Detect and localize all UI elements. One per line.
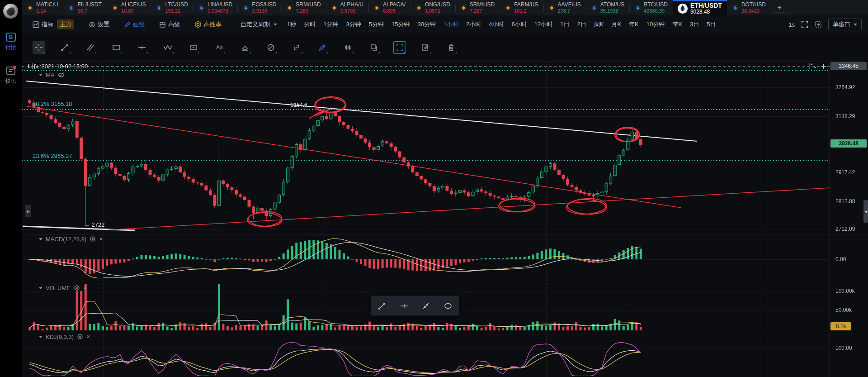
ticker-item-ong-usd[interactable]: ONG/USD1.0572 [410, 0, 455, 15]
rectangle-tool-icon[interactable] [110, 41, 123, 54]
timeframe-button[interactable]: 15分钟 [392, 20, 410, 29]
ticker-item-matic-u[interactable]: MATIC/U1.14 [22, 0, 63, 15]
timeframe-button[interactable]: 12小时 [534, 20, 552, 29]
app-logo-icon[interactable] [3, 4, 18, 19]
cross-line-icon[interactable] [396, 299, 412, 313]
trend-line-tool-icon[interactable] [58, 41, 71, 54]
timeframe-button[interactable]: 5分钟 [369, 20, 384, 29]
sidebar-item-quotes[interactable]: B 行情 [0, 33, 22, 51]
main-force-button[interactable]: 主力 [57, 19, 74, 29]
selection-box-tool-icon[interactable] [393, 41, 406, 54]
draw-line-button[interactable]: 画线 [124, 20, 145, 29]
new-window-icon[interactable] [815, 21, 822, 28]
note-edit-tool-icon[interactable] [419, 41, 432, 54]
ticker-item-eos-usd[interactable]: EOS/USD3.9136 [237, 0, 281, 15]
timeframe-button[interactable]: 1日 [560, 20, 569, 29]
restore-view-icon[interactable] [809, 63, 817, 69]
timeframe-button[interactable]: 3分钟 [346, 20, 361, 29]
left-panel-handle[interactable]: ▶ [25, 205, 31, 217]
sidebar-item-news[interactable]: 快讯 [0, 67, 22, 85]
eraser-tool-icon[interactable] [239, 41, 251, 54]
timeframe-button[interactable]: 3日 [690, 20, 699, 29]
timeframe-button[interactable]: 1小时 [443, 20, 458, 29]
gear-icon[interactable] [90, 236, 96, 242]
gear-icon[interactable] [77, 334, 83, 340]
horizontal-line-tool-icon[interactable] [136, 41, 148, 54]
pattern-bars-tool-icon[interactable] [342, 41, 354, 54]
ticker-item-eth-usdt[interactable]: ETH/USDT3028.48 [673, 0, 727, 15]
delete-tool-icon[interactable] [445, 41, 458, 54]
axis-zoom-controls [809, 63, 826, 69]
price-axis-label: 3138.29 [835, 113, 855, 119]
eye-off-icon[interactable] [58, 72, 65, 78]
gold-coin-icon [460, 5, 467, 11]
elliott-wave-tool-icon[interactable] [161, 41, 174, 54]
long-position-tool-icon[interactable] [187, 41, 200, 54]
peak-price-annotation: 3164.6 [291, 102, 307, 108]
chevron-down-icon[interactable] [39, 336, 42, 338]
timeframe-button[interactable]: 周K [594, 20, 604, 29]
custom-period-dropdown[interactable]: 自定义周期 [241, 20, 277, 29]
timeframe-button[interactable]: 2小时 [466, 20, 481, 29]
timeframe-button[interactable]: 分时 [304, 20, 316, 29]
gold-coin-icon [548, 5, 555, 11]
timeframe-button[interactable]: 月K [611, 20, 621, 29]
timeframe-button[interactable]: 4小时 [489, 20, 504, 29]
copy-tool-icon[interactable] [368, 41, 380, 54]
timeframe-button[interactable]: 1秒 [287, 20, 296, 29]
text-tool-icon[interactable]: Aa [213, 41, 226, 54]
gold-coin-icon [373, 5, 380, 11]
ticker-item-srm-usd[interactable]: SRM/USD7.289 [281, 0, 326, 15]
trend-arrow-icon[interactable] [374, 299, 390, 313]
timeframe-button[interactable]: 年K [629, 20, 639, 29]
win-rate-button[interactable]: 高胜率 [194, 20, 222, 29]
ticker-item-aave-us[interactable]: AAVE/US278.7 [543, 0, 586, 15]
close-icon[interactable]: × [99, 235, 103, 243]
timeframe-button[interactable]: 6小时 [512, 20, 527, 29]
advanced-button[interactable]: 高级 [159, 20, 180, 29]
ticker-price: 0.8703 [340, 8, 363, 14]
plus-icon[interactable] [821, 63, 826, 69]
brush-tool-icon[interactable] [316, 41, 329, 54]
ticker-item-dot-usd[interactable]: DOT/USD28.3413 [727, 0, 771, 15]
timeframe-button[interactable]: 季K [672, 20, 682, 29]
price-axis-label: 3254.92 [835, 84, 855, 91]
add-ticker-button[interactable]: + [773, 3, 786, 13]
ticker-item-lina-usd[interactable]: LINA/USD0.034073 [193, 0, 237, 15]
parallel-channel-tool-icon[interactable] [84, 41, 97, 54]
ellipse-tool-icon[interactable] [440, 299, 456, 313]
timeframe-button[interactable]: 5日 [707, 20, 716, 29]
chevron-down-icon[interactable] [39, 74, 42, 76]
link-tool-icon[interactable] [290, 41, 303, 54]
ticker-item-ltc-usd[interactable]: LTC/USD151.21 [151, 0, 193, 15]
price-axis[interactable]: 3346.453254.923138.293028.482917.422812.… [830, 62, 868, 377]
window-mode-dropdown[interactable]: 单窗口 [828, 19, 862, 30]
ticker-item-atom-us[interactable]: ATOM/US35.1938 [586, 0, 630, 15]
indicator-button[interactable]: 指标 [33, 20, 53, 29]
volume-legend: VOLUME × [39, 284, 87, 291]
ticker-item-alpaca-[interactable]: ALPACA/0.895 [368, 0, 410, 15]
timeframe-button[interactable]: 1分钟 [323, 20, 338, 29]
ticker-item-btc-usd[interactable]: BTC/USD43580.39 [629, 0, 673, 15]
ban-circle-tool-icon[interactable] [264, 41, 277, 54]
chevron-down-icon[interactable] [39, 287, 42, 289]
chart-canvas[interactable] [22, 62, 868, 377]
ticker-item-fil-usdt[interactable]: FIL/USDT60.7 [63, 0, 106, 15]
timeframe-button[interactable]: 2日 [577, 20, 586, 29]
fullscreen-icon[interactable] [801, 21, 808, 28]
ticker-item-alpha-u[interactable]: ALPHA/U0.8703 [326, 0, 368, 15]
chevron-down-icon[interactable] [39, 238, 42, 240]
timeframe-button[interactable]: 10分钟 [646, 20, 665, 29]
settings-button[interactable]: 设置 [89, 20, 109, 29]
timeframe-button[interactable]: 30分钟 [417, 20, 435, 29]
crosshair-tool-icon[interactable] [33, 41, 45, 54]
gear-icon[interactable] [74, 285, 80, 291]
close-icon[interactable]: × [83, 284, 87, 291]
ticker-item-farm-us[interactable]: FARM/US161.2 [500, 0, 543, 15]
ticker-item-alice-us[interactable]: ALICE/US10.89 [107, 0, 151, 15]
huobi-coin-icon [198, 5, 205, 11]
close-icon[interactable]: × [86, 333, 90, 340]
chart-toolbar: 指标 主力 设置 画线 高级 高胜率 自定义周期 1秒分时1分钟3分钟5分钟15… [22, 15, 868, 33]
ticker-item-srm-usd[interactable]: SRM/USD7.287 [455, 0, 500, 15]
ray-segment-icon[interactable] [418, 299, 434, 313]
